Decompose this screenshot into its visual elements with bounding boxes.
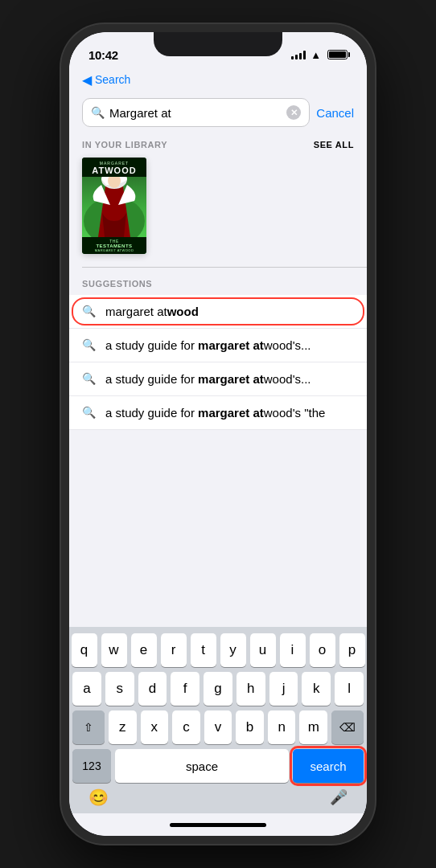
notch xyxy=(154,32,282,56)
suggestion-text-0: margaret atwood xyxy=(105,305,354,318)
suggestion-search-icon-0: 🔍 xyxy=(82,305,96,317)
content-area: IN YOUR LIBRARY SEE ALL MARGARET ATWOOD xyxy=(69,133,367,627)
key-f[interactable]: f xyxy=(171,672,199,706)
book-card[interactable]: MARGARET ATWOOD xyxy=(82,158,354,254)
back-nav: ◀ Search xyxy=(69,68,367,92)
suggestion-row-3[interactable]: 🔍 a study guide for margaret atwood's "t… xyxy=(69,396,367,430)
keyboard: q w e r t y u i o p a s d f g h j k xyxy=(69,627,367,813)
key-d[interactable]: d xyxy=(138,672,167,706)
clear-icon: ✕ xyxy=(290,108,298,117)
signal-bar-4 xyxy=(303,51,306,59)
cancel-button[interactable]: Cancel xyxy=(316,103,354,123)
key-l[interactable]: l xyxy=(335,672,364,706)
search-key[interactable]: search xyxy=(293,749,364,783)
power-button[interactable] xyxy=(373,193,375,265)
signal-bar-3 xyxy=(299,53,302,59)
book-figure-svg xyxy=(82,177,146,237)
wifi-icon: ▲ xyxy=(311,49,321,61)
key-k[interactable]: k xyxy=(302,672,331,706)
home-indicator xyxy=(69,813,367,836)
delete-key[interactable]: ⌫ xyxy=(331,710,364,744)
key-w[interactable]: w xyxy=(101,633,127,667)
signal-bars xyxy=(291,51,306,59)
suggestion-bold-1: margaret at xyxy=(198,338,264,352)
suggestion-row-1[interactable]: 🔍 a study guide for margaret atwood's... xyxy=(69,329,367,362)
status-time: 10:42 xyxy=(88,48,118,62)
back-label: Search xyxy=(95,73,130,86)
battery-icon xyxy=(327,50,348,59)
search-icon: 🔍 xyxy=(91,106,105,119)
signal-bar-1 xyxy=(291,56,294,59)
keyboard-row-3: ⇧ z x c v b n m ⌫ xyxy=(72,710,364,744)
mic-key[interactable]: 🎤 xyxy=(330,788,348,806)
emoji-key[interactable]: 😊 xyxy=(88,788,109,807)
key-v[interactable]: v xyxy=(204,710,232,744)
volume-down-button[interactable] xyxy=(61,244,63,293)
keyboard-accessory: 😊 🎤 xyxy=(72,783,364,809)
key-a[interactable]: a xyxy=(72,672,101,706)
key-u[interactable]: u xyxy=(250,633,276,667)
suggestion-text-2: a study guide for margaret atwood's... xyxy=(105,372,354,386)
suggestion-bold-0: wood xyxy=(167,305,199,318)
key-j[interactable]: j xyxy=(269,672,298,706)
suggestion-search-icon-3: 🔍 xyxy=(82,406,96,419)
book-cover: MARGARET ATWOOD xyxy=(82,158,146,254)
key-r[interactable]: r xyxy=(161,633,187,667)
suggestion-row-0[interactable]: 🔍 margaret atwood xyxy=(69,295,367,329)
key-m[interactable]: m xyxy=(299,710,327,744)
screen: 10:42 ▲ ◀ Search xyxy=(69,32,367,836)
key-e[interactable]: e xyxy=(131,633,157,667)
back-button[interactable]: ◀ Search xyxy=(82,72,130,88)
suggestion-text-1: a study guide for margaret atwood's... xyxy=(105,338,354,352)
book-subtitle3: MARGARET ATWOOD xyxy=(85,248,143,252)
volume-up-button[interactable] xyxy=(61,185,63,233)
suggestion-search-icon-2: 🔍 xyxy=(82,372,96,385)
key-h[interactable]: h xyxy=(237,672,265,706)
key-n[interactable]: n xyxy=(268,710,296,744)
suggestion-plain-0: margaret at xyxy=(105,305,167,318)
book-title: ATWOOD xyxy=(85,166,143,175)
suggestion-text-3: a study guide for margaret atwood's "the xyxy=(105,406,354,420)
book-top-section: MARGARET ATWOOD xyxy=(82,158,146,177)
library-label: IN YOUR LIBRARY xyxy=(82,140,167,149)
see-all-button[interactable]: SEE ALL xyxy=(314,140,354,149)
library-section-header: IN YOUR LIBRARY SEE ALL xyxy=(69,133,367,154)
key-z[interactable]: z xyxy=(109,710,137,744)
book-graphic xyxy=(82,177,146,237)
key-g[interactable]: g xyxy=(204,672,232,706)
battery-fill xyxy=(329,51,346,58)
key-x[interactable]: x xyxy=(141,710,169,744)
search-input[interactable]: Margaret at xyxy=(109,106,282,120)
suggestions-list: 🔍 margaret atwood 🔍 a study guide for ma… xyxy=(69,295,367,430)
key-o[interactable]: o xyxy=(310,633,335,667)
key-y[interactable]: y xyxy=(220,633,246,667)
suggestion-bold-2: margaret at xyxy=(198,372,264,386)
numbers-key[interactable]: 123 xyxy=(72,749,111,783)
key-q[interactable]: q xyxy=(72,633,97,667)
back-chevron-icon: ◀ xyxy=(82,72,92,88)
suggestions-label: SUGGESTIONS xyxy=(82,279,152,289)
key-i[interactable]: i xyxy=(280,633,306,667)
search-clear-button[interactable]: ✕ xyxy=(286,105,301,120)
key-c[interactable]: c xyxy=(172,710,200,744)
keyboard-row-1: q w e r t y u i o p xyxy=(72,633,364,667)
book-subtitle-area: THE TESTAMENTS MARGARET ATWOOD xyxy=(82,237,146,254)
shift-key[interactable]: ⇧ xyxy=(72,710,105,744)
key-b[interactable]: b xyxy=(236,710,264,744)
suggestion-bold-3: margaret at xyxy=(198,406,264,420)
space-key[interactable]: space xyxy=(115,749,289,783)
mute-button[interactable] xyxy=(61,145,63,172)
suggestions-header: SUGGESTIONS xyxy=(69,268,367,295)
keyboard-bottom-row: 123 space search xyxy=(72,749,364,783)
key-s[interactable]: s xyxy=(105,672,134,706)
search-bar-container: 🔍 Margaret at ✕ Cancel xyxy=(69,92,367,133)
home-bar xyxy=(170,823,266,827)
suggestion-row-2[interactable]: 🔍 a study guide for margaret atwood's... xyxy=(69,362,367,396)
key-p[interactable]: p xyxy=(339,633,365,667)
search-bar[interactable]: 🔍 Margaret at ✕ xyxy=(82,98,310,127)
key-t[interactable]: t xyxy=(191,633,216,667)
suggestion-search-icon-1: 🔍 xyxy=(82,338,96,351)
book-cover-inner: MARGARET ATWOOD xyxy=(82,158,146,254)
keyboard-row-2: a s d f g h j k l xyxy=(72,672,364,706)
signal-bar-2 xyxy=(295,55,298,59)
